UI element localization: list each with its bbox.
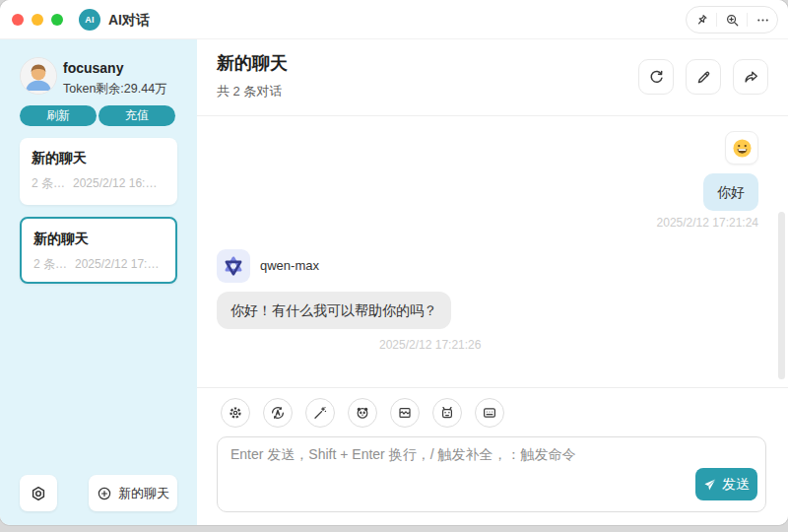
chat-item-meta: 2 条…2025/2/12 16:… — [32, 175, 164, 192]
chat-list-item[interactable]: 新的聊天 2 条…2025/2/12 16:… — [20, 138, 177, 205]
edit-chat-button[interactable] — [686, 59, 721, 95]
chat-item-meta: 2 条…2025/2/12 17:… — [33, 256, 166, 273]
model-cycle-icon — [270, 405, 286, 421]
send-plane-icon — [703, 478, 717, 492]
refresh-token-button[interactable]: 刷新 — [20, 105, 97, 126]
chat-item-count: 2 条… — [33, 257, 67, 271]
plus-circle-icon — [97, 486, 112, 501]
chat-header-actions — [638, 59, 768, 95]
main-panel: 新的聊天 共 2 条对话 — [197, 39, 788, 525]
pin-icon — [694, 13, 709, 28]
sidebar: focusany Token剩余:29.44万 刷新 充值 新的聊天 2 条…2… — [0, 39, 197, 525]
chat-item-title: 新的聊天 — [32, 150, 87, 167]
refresh-icon — [648, 69, 665, 86]
user-name: focusany — [63, 60, 123, 76]
robot-icon — [439, 405, 455, 421]
send-label: 发送 — [722, 476, 750, 494]
knowledge-box-button[interactable] — [390, 398, 420, 428]
robot-button[interactable] — [432, 398, 462, 428]
chat-scrollbar[interactable] — [778, 212, 785, 379]
chat-item-title: 新的聊天 — [33, 231, 89, 248]
magic-wand-icon — [312, 405, 328, 421]
more-icon — [755, 13, 770, 28]
app-logo-icon: AI — [79, 9, 100, 31]
new-chat-label: 新的聊天 — [118, 485, 169, 502]
user-message-bubble: 你好 — [703, 173, 758, 211]
user-avatar — [20, 57, 57, 95]
sidebar-settings-button[interactable] — [20, 475, 57, 511]
persona-button[interactable] — [348, 398, 377, 428]
panda-icon — [355, 405, 370, 421]
composer-settings-button[interactable] — [221, 398, 250, 428]
commands-button[interactable] — [475, 398, 504, 428]
share-chat-button[interactable] — [733, 59, 768, 95]
assistant-model-name: qwen-max — [260, 258, 319, 273]
more-button[interactable] — [748, 7, 777, 33]
user-message-avatar — [725, 131, 758, 165]
chat-header: 新的聊天 共 2 条对话 — [197, 39, 788, 116]
app-window: AI AI对话 — [0, 0, 788, 525]
chat-item-count: 2 条… — [32, 176, 65, 190]
chat-list-item-selected[interactable]: 新的聊天 2 条…2025/2/12 17:… — [20, 217, 177, 284]
pin-button[interactable] — [687, 7, 716, 33]
close-window-button[interactable] — [12, 14, 24, 26]
settings-icon — [228, 405, 243, 421]
prompt-wizard-button[interactable] — [305, 398, 335, 428]
settings-cog-icon — [30, 485, 47, 502]
share-icon — [743, 69, 759, 86]
message-input[interactable] — [230, 446, 684, 503]
titlebar: AI AI对话 — [0, 0, 788, 39]
minimize-window-button[interactable] — [32, 14, 43, 26]
chat-subtitle: 共 2 条对话 — [217, 83, 282, 100]
chat-item-time: 2025/2/12 17:… — [75, 257, 159, 271]
new-chat-button[interactable]: 新的聊天 — [89, 475, 177, 511]
assistant-message-bubble: 你好！有什么我可以帮助你的吗？ — [217, 292, 451, 329]
assistant-message-time: 2025/2/12 17:21:26 — [379, 338, 481, 352]
user-message-time: 2025/2/12 17:21:24 — [657, 216, 758, 230]
box-icon — [397, 405, 413, 421]
chat-title: 新的聊天 — [217, 51, 288, 75]
maximize-window-button[interactable] — [51, 14, 63, 26]
chat-item-time: 2025/2/12 16:… — [73, 176, 157, 190]
model-select-button[interactable] — [263, 398, 293, 428]
assistant-avatar — [217, 249, 250, 283]
send-button[interactable]: 发送 — [695, 468, 757, 500]
zoom-button[interactable] — [717, 7, 747, 33]
window-title: AI对话 — [108, 12, 150, 30]
qwen-logo-icon — [223, 255, 244, 277]
token-balance: Token剩余:29.44万 — [63, 81, 167, 98]
zoom-in-icon — [725, 13, 740, 28]
edit-icon — [695, 69, 712, 86]
composer: 发送 — [217, 436, 766, 512]
composer-divider — [197, 387, 788, 388]
subtitle-icon — [482, 405, 497, 421]
recharge-button[interactable]: 充值 — [98, 105, 175, 126]
smiley-emoji-icon — [732, 138, 753, 159]
titlebar-actions — [686, 6, 778, 33]
refresh-chat-button[interactable] — [638, 59, 674, 95]
